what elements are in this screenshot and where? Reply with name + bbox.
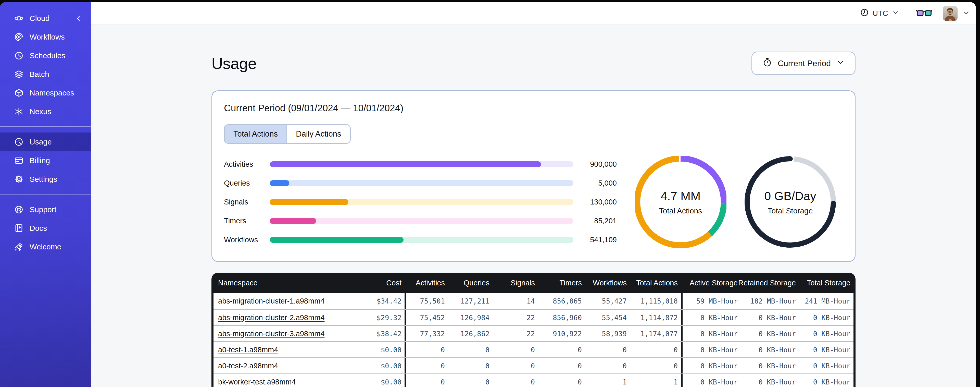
cell-workflows: 55,427 bbox=[585, 293, 630, 309]
bar-label: Queries bbox=[224, 179, 270, 187]
total-storage-caption: Total Storage bbox=[768, 206, 813, 215]
namespace-link[interactable]: abs-migration-cluster-3.a98mm4 bbox=[218, 329, 325, 338]
table-row: abs-migration-cluster-1.a98mm4$34.4275,5… bbox=[213, 293, 853, 309]
sidebar-item-label: Welcome bbox=[30, 243, 61, 251]
cell-retained-storage: 0 KB-Hour bbox=[741, 310, 799, 325]
bar-fill bbox=[270, 162, 541, 167]
sidebar-item-workflows[interactable]: Workflows bbox=[0, 27, 91, 46]
namespaces-icon bbox=[14, 88, 24, 98]
sidebar-item-billing[interactable]: Billing bbox=[0, 151, 91, 170]
chevron-down-icon bbox=[892, 9, 899, 18]
cell-retained-storage: 182 MB-Hour bbox=[741, 293, 799, 309]
namespace-cell: abs-migration-cluster-3.a98mm4 bbox=[213, 326, 355, 341]
welcome-icon bbox=[14, 242, 24, 251]
sidebar-item-label: Workflows bbox=[30, 33, 65, 42]
column-header-active-storage: Active Storage bbox=[681, 273, 741, 293]
column-header-timers: Timers bbox=[538, 273, 585, 293]
cell-timers: 0 bbox=[538, 342, 585, 357]
total-actions-caption: Total Actions bbox=[659, 206, 702, 215]
sidebar-item-welcome[interactable]: Welcome bbox=[0, 237, 91, 256]
cell-total-storage: 0 KB-Hour bbox=[799, 342, 853, 357]
cell-active-storage: 0 KB-Hour bbox=[681, 358, 741, 373]
usage-summary-card: Current Period (09/01/2024 — 10/01/2024)… bbox=[212, 90, 856, 262]
column-header-retained-storage: Retained Storage bbox=[741, 273, 799, 293]
table-body: abs-migration-cluster-1.a98mm4$34.4275,5… bbox=[213, 293, 853, 387]
bar-value: 900,000 bbox=[573, 160, 617, 168]
support-icon bbox=[14, 205, 24, 214]
content-area: Usage Current Period Current Period (09/… bbox=[91, 25, 976, 387]
sidebar-item-label: Schedules bbox=[30, 51, 65, 60]
namespace-cell: a0-test-2.a98mm4 bbox=[213, 358, 355, 373]
total-actions-value: 4.7 MM bbox=[661, 189, 701, 203]
stopwatch-icon bbox=[762, 58, 772, 69]
sidebar-item-schedules[interactable]: Schedules bbox=[0, 46, 91, 65]
sidebar-nav: WorkflowsSchedulesBatchNamespacesNexusUs… bbox=[0, 27, 91, 256]
sidebar-item-docs[interactable]: Docs bbox=[0, 219, 91, 237]
cell-workflows: 55,454 bbox=[585, 310, 630, 325]
column-header-cost: Cost bbox=[355, 273, 404, 293]
bar-track bbox=[270, 237, 573, 243]
tab-daily-actions[interactable]: Daily Actions bbox=[287, 125, 350, 143]
period-selector-button[interactable]: Current Period bbox=[751, 51, 856, 75]
tab-total-actions[interactable]: Total Actions bbox=[225, 125, 287, 143]
cell-workflows: 58,939 bbox=[585, 326, 630, 341]
bar-value: 541,109 bbox=[573, 236, 617, 244]
usage-bars-chart: Activities900,000Queries5,000Signals130,… bbox=[224, 160, 617, 244]
actions-tabs: Total Actions Daily Actions bbox=[224, 124, 351, 144]
bar-value: 85,201 bbox=[573, 217, 617, 225]
cell-timers: 856,960 bbox=[538, 310, 585, 325]
usage-bar-timers: Timers85,201 bbox=[224, 217, 617, 225]
namespace-link[interactable]: a0-test-2.a98mm4 bbox=[218, 362, 278, 370]
period-button-label: Current Period bbox=[778, 59, 831, 68]
cell-activities: 0 bbox=[404, 342, 448, 357]
cell-activities: 75,501 bbox=[404, 293, 448, 309]
cell-cost: $34.42 bbox=[355, 293, 404, 309]
column-header-activities: Activities bbox=[404, 273, 448, 293]
cell-cost: $0.00 bbox=[355, 342, 404, 357]
usage-stats: Activities900,000Queries5,000Signals130,… bbox=[224, 156, 843, 248]
app-window: Cloud WorkflowsSchedulesBatchNamespacesN… bbox=[0, 2, 976, 387]
sidebar-item-nexus[interactable]: Nexus bbox=[0, 102, 91, 121]
bar-value: 5,000 bbox=[573, 179, 617, 187]
cell-active-storage: 0 KB-Hour bbox=[681, 326, 741, 341]
cell-total-storage: 0 KB-Hour bbox=[799, 374, 853, 387]
namespace-link[interactable]: abs-migration-cluster-2.a98mm4 bbox=[218, 313, 325, 322]
card-title: Current Period (09/01/2024 — 10/01/2024) bbox=[224, 103, 843, 114]
cell-active-storage: 0 KB-Hour bbox=[681, 310, 741, 325]
sidebar-item-usage[interactable]: Usage bbox=[0, 133, 91, 151]
cell-workflows: 0 bbox=[585, 342, 630, 357]
cell-total-actions: 1,114,872 bbox=[630, 310, 681, 325]
table-row: bk-worker-test.a98mm4$0.000000110 KB-Hou… bbox=[213, 373, 853, 387]
feedback-glasses-button[interactable] bbox=[916, 8, 932, 18]
namespace-link[interactable]: bk-worker-test.a98mm4 bbox=[218, 378, 296, 386]
cell-activities: 0 bbox=[404, 358, 448, 373]
column-header-signals: Signals bbox=[493, 273, 538, 293]
sidebar-header: Cloud bbox=[0, 9, 91, 27]
total-storage-donut: 0 GB/Day Total Storage bbox=[744, 156, 836, 248]
namespace-link[interactable]: abs-migration-cluster-1.a98mm4 bbox=[218, 297, 325, 305]
sidebar-divider bbox=[0, 194, 91, 195]
cell-retained-storage: 0 KB-Hour bbox=[741, 326, 799, 341]
cell-timers: 0 bbox=[538, 358, 585, 373]
sidebar-item-batch[interactable]: Batch bbox=[0, 65, 91, 83]
cell-cost: $0.00 bbox=[355, 358, 404, 373]
timezone-selector[interactable]: UTC bbox=[860, 8, 899, 19]
sidebar-item-label: Settings bbox=[30, 175, 57, 184]
sidebar-item-settings[interactable]: Settings bbox=[0, 170, 91, 189]
avatar[interactable] bbox=[943, 6, 958, 21]
sidebar-item-namespaces[interactable]: Namespaces bbox=[0, 83, 91, 102]
cell-workflows: 1 bbox=[585, 374, 630, 387]
timezone-label: UTC bbox=[872, 9, 888, 18]
page-header: Usage Current Period bbox=[212, 51, 856, 75]
table-header-row: NamespaceCostActivitiesQueriesSignalsTim… bbox=[213, 273, 853, 293]
bar-label: Timers bbox=[224, 217, 270, 225]
sidebar-item-support[interactable]: Support bbox=[0, 200, 91, 219]
namespace-cell: abs-migration-cluster-1.a98mm4 bbox=[213, 293, 355, 309]
column-header-total-storage: Total Storage bbox=[799, 273, 853, 293]
workflows-icon bbox=[14, 32, 24, 42]
nexus-icon bbox=[14, 107, 24, 116]
account-menu-chevron-icon[interactable] bbox=[962, 9, 970, 18]
sidebar-collapse-button[interactable] bbox=[75, 14, 83, 22]
namespace-link[interactable]: a0-test-1.a98mm4 bbox=[218, 345, 278, 354]
usage-bar-workflows: Workflows541,109 bbox=[224, 236, 617, 244]
